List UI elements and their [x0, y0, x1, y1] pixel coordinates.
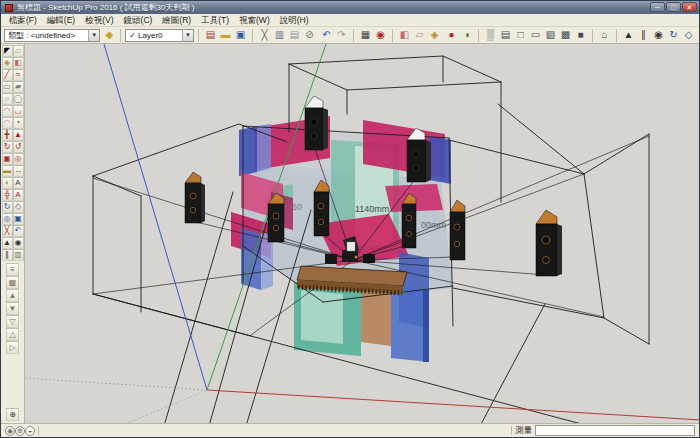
- print-icon[interactable]: ▦: [358, 28, 373, 43]
- wireframe-icon[interactable]: □: [513, 28, 528, 43]
- make-component-icon[interactable]: ◈: [427, 28, 442, 43]
- 3d-warehouse-icon[interactable]: ⌂: [597, 28, 612, 43]
- claim-credit-icon[interactable]: ⊕: [15, 426, 25, 436]
- pan-icon[interactable]: ◇: [13, 201, 24, 213]
- measurements-input[interactable]: [535, 425, 695, 436]
- select-icon[interactable]: ◤: [2, 45, 13, 57]
- save-icon[interactable]: ▣: [233, 28, 248, 43]
- menu-item-6[interactable]: 視窗(W): [234, 14, 275, 27]
- zoom-window-icon[interactable]: ▣: [13, 213, 24, 225]
- protractor-icon[interactable]: ◖: [2, 177, 13, 189]
- undo-icon[interactable]: ↶: [319, 28, 334, 43]
- x-ray-icon[interactable]: ▒: [483, 28, 498, 43]
- paint-bucket-icon[interactable]: ◧: [397, 28, 412, 43]
- menu-item-5[interactable]: 工具(T): [196, 14, 234, 27]
- text-icon[interactable]: A: [13, 177, 24, 189]
- stamp-icon[interactable]: ▼: [6, 302, 19, 315]
- orbit-icon[interactable]: ↻: [666, 28, 681, 43]
- zoom-icon[interactable]: ◎: [2, 213, 13, 225]
- model-info-icon[interactable]: ◉: [373, 28, 388, 43]
- classifier-type-combo[interactable]: 類型 : <undefined> ▼: [4, 29, 100, 42]
- pie-icon[interactable]: ◔: [13, 117, 24, 129]
- add-location-icon[interactable]: ●: [444, 28, 459, 43]
- classifier-tag-icon[interactable]: ◆: [102, 28, 116, 43]
- model-viewport[interactable]: 1140mm 00mm 60: [25, 44, 699, 423]
- minimize-button[interactable]: ─: [650, 2, 665, 12]
- eraser-icon[interactable]: ▱: [412, 28, 427, 43]
- two-point-arc-icon[interactable]: ◠: [2, 105, 13, 117]
- pan-icon[interactable]: ◇: [681, 28, 696, 43]
- toggle-terrain-icon[interactable]: ◑: [459, 28, 474, 43]
- menu-item-3[interactable]: 鏡頭(C): [119, 14, 158, 27]
- polygon-icon[interactable]: ◯: [13, 93, 24, 105]
- large-tool-set: ◤▱◈◧╱≈▭▰○◯◠◡◠◔╋▲↻↺▣◎▬↔◖A╬A↻◇◎▣╳↶▲◉∥▥ ≡▦▲…: [1, 44, 25, 423]
- menu-item-0[interactable]: 檔案(F): [4, 14, 42, 27]
- eraser-icon[interactable]: ▱: [13, 45, 24, 57]
- monochrome-icon[interactable]: ■: [573, 28, 588, 43]
- freehand-icon[interactable]: ≈: [13, 69, 24, 81]
- 3d-text-icon[interactable]: A: [13, 189, 24, 201]
- circle-icon[interactable]: ○: [2, 93, 13, 105]
- smoove-icon[interactable]: ▲: [6, 289, 19, 302]
- menu-item-2[interactable]: 檢視(V): [80, 14, 118, 27]
- flip-edge-icon[interactable]: ▷: [6, 341, 19, 354]
- shaded-icon[interactable]: ▧: [543, 28, 558, 43]
- look-around-icon[interactable]: ◉: [651, 28, 666, 43]
- layer-combo[interactable]: ✓ Layer0 ▼: [125, 29, 194, 42]
- geolocation-icon[interactable]: ◉: [5, 426, 15, 436]
- offset-icon[interactable]: ◎: [13, 153, 24, 165]
- walk-icon[interactable]: ∥: [636, 28, 651, 43]
- rectangle-icon[interactable]: ▭: [2, 81, 13, 93]
- dimension-icon[interactable]: ↔: [13, 165, 24, 177]
- drape-icon[interactable]: ▽: [6, 315, 19, 328]
- redo-icon[interactable]: ↷: [334, 28, 349, 43]
- orbit-icon[interactable]: ↻: [2, 201, 13, 213]
- hidden-line-icon[interactable]: ▭: [528, 28, 543, 43]
- walk-icon[interactable]: ∥: [2, 249, 13, 261]
- menu-item-7[interactable]: 說明(H): [275, 14, 314, 27]
- rotated-rectangle-icon[interactable]: ▰: [13, 81, 24, 93]
- rotate-icon[interactable]: ↻: [2, 141, 13, 153]
- close-button[interactable]: ✕: [682, 2, 697, 12]
- follow-me-icon[interactable]: ↺: [13, 141, 24, 153]
- zoom-extents-icon[interactable]: ╳: [2, 225, 13, 237]
- sign-in-icon[interactable]: ◒: [25, 426, 35, 436]
- erase-icon[interactable]: ⊘: [302, 28, 317, 43]
- position-camera-icon[interactable]: ▲: [2, 237, 13, 249]
- make-component-icon[interactable]: ◈: [2, 57, 13, 69]
- paste-icon[interactable]: ▤: [287, 28, 302, 43]
- arc-icon[interactable]: ◠: [2, 117, 13, 129]
- back-edges-icon[interactable]: ▤: [498, 28, 513, 43]
- statusbar: ◉⊕◒ 測量: [1, 423, 699, 437]
- new-icon[interactable]: ▤: [203, 28, 218, 43]
- move-icon[interactable]: ╋: [2, 129, 13, 141]
- model-3d-view[interactable]: [25, 44, 699, 423]
- menu-item-4[interactable]: 繪圖(R): [157, 14, 196, 27]
- paint-bucket-icon[interactable]: ◧: [13, 57, 24, 69]
- chevron-down-icon[interactable]: ▼: [88, 30, 99, 41]
- scale-icon[interactable]: ▣: [2, 153, 13, 165]
- compass-icon[interactable]: ⊕: [6, 408, 19, 421]
- chevron-down-icon[interactable]: ▼: [182, 30, 193, 41]
- line-icon[interactable]: ╱: [2, 69, 13, 81]
- from-scratch-icon[interactable]: ▦: [6, 276, 19, 289]
- copy-icon[interactable]: ▥: [272, 28, 287, 43]
- open-icon[interactable]: ▬: [218, 28, 233, 43]
- menu-item-1[interactable]: 編輯(E): [42, 14, 80, 27]
- section-plane-icon[interactable]: ▥: [13, 249, 24, 261]
- push-pull-icon[interactable]: ▲: [13, 129, 24, 141]
- look-around-icon[interactable]: ◉: [13, 237, 24, 249]
- app-logo-icon: [5, 4, 13, 12]
- position-camera-icon[interactable]: ▲: [621, 28, 636, 43]
- from-contours-icon[interactable]: ≡: [6, 263, 19, 276]
- toolbar-separator: [392, 29, 393, 42]
- tape-measure-icon[interactable]: ▬: [2, 165, 13, 177]
- previous-icon[interactable]: ↶: [13, 225, 24, 237]
- maximize-button[interactable]: □: [666, 2, 681, 12]
- shaded-textures-icon[interactable]: ▩: [558, 28, 573, 43]
- add-detail-icon[interactable]: △: [6, 328, 19, 341]
- three-point-arc-icon[interactable]: ◡: [13, 105, 24, 117]
- cut-icon[interactable]: ╳: [257, 28, 272, 43]
- axes-icon[interactable]: ╬: [2, 189, 13, 201]
- speaker: [536, 210, 562, 276]
